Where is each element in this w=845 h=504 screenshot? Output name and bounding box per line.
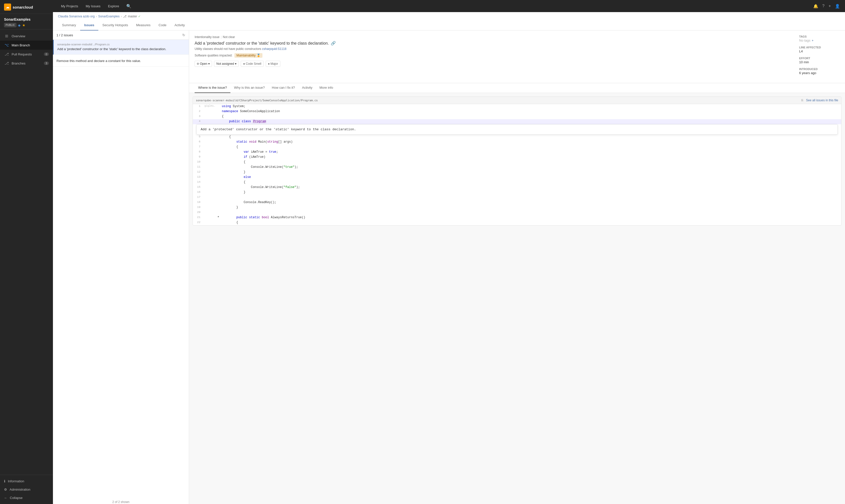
link-icon[interactable]: 🔗 [331, 41, 336, 46]
info-icon: ℹ [4, 479, 5, 483]
code-line: 13 else [193, 175, 841, 180]
sidebar-item-information[interactable]: ℹ Information [0, 477, 53, 485]
issues-count: 1 / 2 issues [56, 33, 73, 37]
code-line: 16 } [193, 190, 841, 195]
breadcrumb-project[interactable]: SonarExamples [98, 15, 120, 18]
copy-icon[interactable]: ⎘ [802, 98, 803, 102]
code-line: 11 Console.WriteLine("true"); [193, 165, 841, 170]
pr-icon: ⎇ [4, 52, 9, 56]
search-icon[interactable]: 🔍 [126, 4, 131, 8]
issue-item[interactable]: sonarqube-scanner-msbuild/.../Program.cs… [53, 40, 189, 55]
quality-badge: Maintainability 🏅 [234, 53, 263, 58]
sidebar-item-label: Main Branch [12, 43, 30, 47]
branch-icon: ⌥ [4, 43, 9, 47]
collapse-icon: ← [4, 496, 7, 500]
issue-detail-title: Add a 'protected' constructor or the 'st… [195, 41, 794, 46]
main: My Projects My Issues Explore 🔍 🔔 ? + 👤 … [53, 0, 845, 504]
issue-file: sonarqube-scanner-msbuild/.../Program.cs [57, 43, 185, 46]
star-icon[interactable]: ★ [22, 23, 25, 27]
see-all-link[interactable]: See all issues in this file [806, 98, 838, 102]
code-line: 15 Console.WriteLine("false"); [193, 185, 841, 190]
add-tag-button[interactable]: + [812, 39, 814, 42]
issue-type-badge: Intentionality issue | Not clear [195, 35, 235, 39]
sidebar-item-branches[interactable]: ⎇ Branches 3 [0, 59, 53, 68]
top-nav: My Projects My Issues Explore 🔍 🔔 ? + 👤 [53, 0, 845, 12]
tab-security[interactable]: Security Hotspots [98, 21, 132, 31]
issue-detail-main: Intentionality issue | Not clear Add a '… [195, 35, 794, 78]
left-panel: 1 / 2 issues ↻ sonarqube-scanner-msbuild… [53, 31, 189, 504]
issue-detail-subtitle: Utility classes should not have public c… [195, 47, 794, 51]
add-icon[interactable]: + [829, 4, 831, 8]
dot-marker: ● [217, 215, 220, 218]
right-panel: Intentionality issue | Not clear Add a '… [189, 31, 845, 504]
code-line: 7 { [193, 145, 841, 150]
code-line: 8 var iAmTrue = true; [193, 150, 841, 155]
issue-tab-where[interactable]: Where is the issue? [195, 83, 230, 93]
breadcrumb: Claudia Sonarova azdo org › SonarExample… [58, 15, 840, 18]
sidebar-item-main-branch[interactable]: ⌥ Main Branch [0, 40, 53, 50]
issues-toolbar: 1 / 2 issues ↻ [53, 31, 189, 40]
notifications-icon[interactable]: 🔔 [813, 4, 818, 8]
issues-shown: 2 of 2 shown [53, 497, 189, 504]
issue-meta: Tags No tags + Line affected L4 Effort [799, 35, 840, 78]
tab-summary[interactable]: Summary [58, 21, 80, 31]
git-branch-icon: ⎇ [123, 15, 127, 18]
sonar-icon: ◈ [18, 23, 21, 27]
issue-actions: Open ▾ Not assigned ▾ ● Code Smell [195, 61, 794, 67]
page-tabs: Summary Issues Security Hotspots Measure… [58, 21, 840, 30]
issue-tab-more-info[interactable]: More info [316, 83, 337, 93]
meta-introduced: Introduced 6 years ago [799, 68, 840, 75]
assignment-button[interactable]: Not assigned ▾ [214, 61, 239, 67]
issue-item[interactable]: Remove this method and declare a constan… [53, 55, 189, 67]
nav-my-projects[interactable]: My Projects [58, 0, 81, 12]
project-name[interactable]: SonarExamples [4, 17, 49, 21]
tab-issues[interactable]: Issues [80, 21, 98, 31]
code-line: 4 public class Program [193, 119, 841, 124]
issue-title: Add a 'protected' constructor or the 'st… [57, 47, 185, 51]
sidebar-item-overview[interactable]: ⊞ Overview [0, 32, 53, 40]
admin-icon: ⚙ [4, 488, 7, 491]
sidebar-footer-label: Administration [10, 488, 30, 491]
circle-icon: ● [268, 62, 270, 66]
nav-my-issues[interactable]: My Issues [83, 0, 104, 12]
code-line: 10 { [193, 160, 841, 165]
code-line: 2 namespace SomeConsoleApplication [193, 109, 841, 114]
code-line: 1 gigleu... using System; [193, 104, 841, 109]
meta-effort: Effort 10 min [799, 57, 840, 64]
tab-measures[interactable]: Measures [132, 21, 155, 31]
issue-tab-why[interactable]: Why is this an issue? [230, 83, 268, 93]
code-line: 22 { [193, 220, 841, 225]
type-label: Intentionality issue [195, 35, 219, 39]
top-nav-right: 🔔 ? + 👤 [813, 4, 840, 8]
code-line: 6 static void Main(string[] args) [193, 140, 841, 145]
nav-explore[interactable]: Explore [105, 0, 122, 12]
branch-check-icon: ✓ [138, 15, 141, 18]
sidebar-item-collapse[interactable]: ← Collapse [0, 494, 53, 502]
user-avatar[interactable]: 👤 [835, 4, 840, 8]
sidebar-item-administration[interactable]: ⚙ Administration [0, 485, 53, 494]
code-file-path: sonarqube-scanner-msbuild/CSharpProject/… [196, 99, 318, 102]
code-smell-tag[interactable]: ● Code Smell [241, 61, 264, 67]
sidebar: ☁ sonarcloud SonarExamples PUBLIC ◈ ★ ⊞ … [0, 0, 53, 504]
project-info: SonarExamples PUBLIC ◈ ★ [0, 14, 53, 30]
tab-code[interactable]: Code [155, 21, 170, 31]
issue-tab-how[interactable]: How can I fix it? [268, 83, 299, 93]
issues-layout: 1 / 2 issues ↻ sonarqube-scanner-msbuild… [53, 31, 845, 504]
sidebar-footer-label: Information [8, 479, 24, 483]
code-line: 18 Console.ReadKey(); [193, 200, 841, 205]
sidebar-footer: ℹ Information ⚙ Administration ← Collaps… [0, 475, 53, 504]
issue-tab-activity[interactable]: Activity [299, 83, 316, 93]
pr-badge: 0 [44, 52, 49, 56]
refresh-icon[interactable]: ↻ [182, 33, 185, 37]
csharpsquid-link[interactable]: csharpquid:S1118 [262, 47, 286, 51]
sonar-logo[interactable]: ☁ sonarcloud [4, 3, 33, 11]
severity-tag[interactable]: ● Major [266, 61, 280, 67]
breadcrumb-org[interactable]: Claudia Sonarova azdo org [58, 15, 94, 18]
open-status-button[interactable]: Open ▾ [195, 61, 212, 67]
meta-tags: Tags No tags + [799, 35, 840, 42]
tab-activity[interactable]: Activity [170, 21, 189, 31]
project-badges: PUBLIC ◈ ★ [4, 23, 49, 27]
help-icon[interactable]: ? [822, 4, 825, 8]
sidebar-item-pull-requests[interactable]: ⎇ Pull Requests 0 [0, 50, 53, 59]
code-line: 21 ● public static bool AlwaysReturnsTru… [193, 215, 841, 220]
